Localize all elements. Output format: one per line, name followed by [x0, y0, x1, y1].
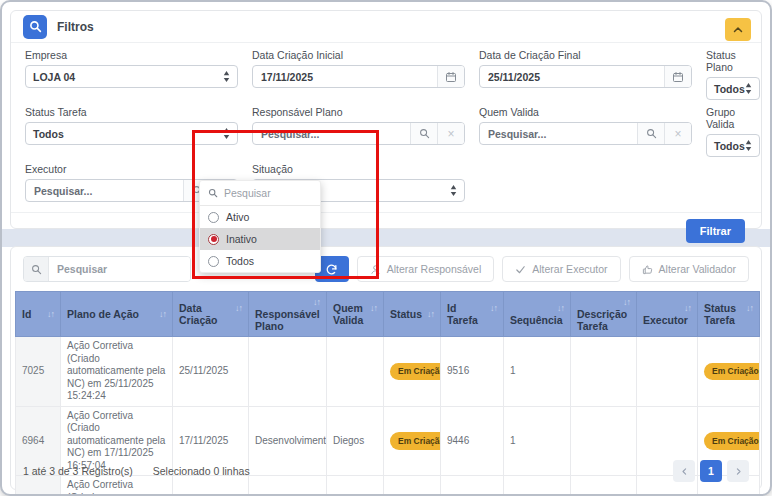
- data-criacao-final-group: [479, 65, 692, 88]
- footer-texts: 1 até 3 de 3 Registro(s) Selecionado 0 l…: [23, 465, 250, 477]
- column-header-descricao-tarefa[interactable]: ↓↑Descrição Tarefa: [571, 292, 637, 337]
- sort-icon[interactable]: ↓↑: [235, 302, 242, 314]
- situacao-option-todos[interactable]: Todos: [200, 250, 320, 272]
- filters-card: Filtros Empresa LOJA 04 Data Criação Ini…: [10, 10, 762, 229]
- status-badge: Em Criação: [390, 432, 441, 450]
- cell-executor: [637, 337, 698, 407]
- thumbs-up-icon: [642, 264, 653, 275]
- executor-label: Executor: [25, 163, 238, 175]
- situacao-dropdown-search[interactable]: Pesquisar: [200, 181, 320, 206]
- close-icon: ×: [674, 127, 681, 141]
- sort-icon[interactable]: ↓↑: [623, 296, 630, 308]
- filtrar-button[interactable]: Filtrar: [686, 219, 745, 243]
- field-empresa: Empresa LOJA 04: [25, 43, 238, 100]
- search-icon: [31, 264, 42, 275]
- field-responsavel-plano: Responsável Plano ×: [252, 100, 465, 157]
- sort-icon[interactable]: ↓↑: [370, 302, 377, 314]
- next-page-button[interactable]: [727, 460, 749, 482]
- empresa-select[interactable]: LOJA 04: [25, 65, 238, 88]
- situacao-dropdown-search-placeholder: Pesquisar: [224, 187, 271, 199]
- sort-icon[interactable]: ↓↑: [47, 308, 54, 320]
- field-data-criacao-final: Data de Criação Final: [479, 43, 692, 100]
- table-card: Alterar Responsável Alterar Executor Alt…: [10, 246, 762, 490]
- column-header-id[interactable]: ↓↑Id: [16, 292, 61, 337]
- filters-header: Filtros: [11, 11, 761, 43]
- data-criacao-inicial-input[interactable]: [253, 71, 437, 83]
- status-plano-select[interactable]: Todos: [706, 77, 760, 100]
- field-status-plano: Status Plano Todos: [706, 43, 760, 100]
- status-tarefa-value: Todos: [33, 128, 64, 140]
- table-search-group: [23, 256, 191, 282]
- page-1-button[interactable]: 1: [700, 460, 722, 482]
- search-icon: [208, 188, 218, 198]
- column-header-sequencia[interactable]: ↓↑Sequência: [504, 292, 571, 337]
- grupo-valida-select[interactable]: Todos: [706, 134, 760, 157]
- status-plano-value: Todos: [714, 83, 745, 95]
- pagination: 1: [673, 460, 749, 482]
- sort-icon[interactable]: ↓↑: [427, 308, 434, 320]
- quem-valida-input[interactable]: [480, 128, 637, 140]
- sort-icon[interactable]: ↓↑: [490, 302, 497, 314]
- responsavel-plano-search-button[interactable]: [410, 123, 437, 144]
- prev-page-button[interactable]: [673, 460, 695, 482]
- data-criacao-inicial-calendar-button[interactable]: [437, 66, 464, 87]
- data-criacao-final-calendar-button[interactable]: [664, 66, 691, 87]
- column-header-status[interactable]: ↓↑Status: [384, 292, 441, 337]
- chevron-left-icon: [680, 467, 689, 476]
- responsavel-plano-input[interactable]: [253, 128, 410, 140]
- quem-valida-label: Quem Valida: [479, 106, 692, 118]
- caret-updown-icon: [745, 83, 752, 94]
- filters-title: Filtros: [57, 20, 94, 34]
- column-header-plano[interactable]: ↓↑Plano de Ação: [61, 292, 173, 337]
- status-tarefa-label: Status Tarefa: [25, 106, 238, 118]
- search-icon: [29, 20, 42, 33]
- column-header-quem-valida[interactable]: ↓↑Quem Valida: [327, 292, 384, 337]
- table-search-button[interactable]: [24, 257, 49, 281]
- radio-checked-icon: [208, 234, 219, 245]
- check-icon: [515, 264, 526, 275]
- alterar-executor-button[interactable]: Alterar Executor: [502, 256, 620, 282]
- sort-icon[interactable]: ↓↑: [684, 302, 691, 314]
- situacao-dropdown: Pesquisar Ativo Inativo Todos: [199, 180, 321, 273]
- column-header-data-criacao[interactable]: ↓↑Data Criação: [173, 292, 249, 337]
- cell-quem-valida: [327, 337, 384, 407]
- quem-valida-search-button[interactable]: [637, 123, 664, 144]
- app-window: Filtros Empresa LOJA 04 Data Criação Ini…: [0, 0, 772, 496]
- status-badge: Em Criação: [704, 432, 760, 450]
- caret-updown-icon: [450, 185, 457, 196]
- alterar-validador-button[interactable]: Alterar Validador: [629, 256, 749, 282]
- status-badge: Em Criação: [704, 363, 760, 381]
- table-row[interactable]: 7025 Ação Corretiva (Criado automaticame…: [16, 337, 760, 407]
- grupo-valida-value: Todos: [714, 140, 745, 152]
- data-criacao-final-input[interactable]: [480, 71, 664, 83]
- collapse-filters-button[interactable]: [725, 18, 751, 41]
- caret-updown-icon: [223, 71, 230, 82]
- executor-input[interactable]: [26, 185, 183, 197]
- sort-icon[interactable]: ↓↑: [746, 302, 753, 314]
- quem-valida-clear-button[interactable]: ×: [664, 123, 691, 144]
- quem-valida-group: ×: [479, 122, 692, 145]
- sort-icon[interactable]: ↓↑: [313, 296, 320, 308]
- table-search-input[interactable]: [49, 257, 190, 281]
- refresh-icon: [325, 263, 338, 276]
- cell-status-tarefa: Em Criação: [698, 337, 760, 407]
- radio-icon: [208, 212, 219, 223]
- responsavel-plano-clear-button[interactable]: ×: [437, 123, 464, 144]
- filters-search-icon-button[interactable]: [23, 15, 47, 39]
- cell-id-tarefa: 9516: [441, 337, 504, 407]
- situacao-option-ativo[interactable]: Ativo: [200, 206, 320, 228]
- alterar-responsavel-button[interactable]: Alterar Responsável: [357, 256, 495, 282]
- sort-icon[interactable]: ↓↑: [159, 308, 166, 320]
- alterar-responsavel-label: Alterar Responsável: [387, 263, 482, 275]
- column-header-status-tarefa[interactable]: ↓↑Status Tarefa: [698, 292, 760, 337]
- filter-grid: Empresa LOJA 04 Data Criação Inicial Dat…: [11, 43, 761, 202]
- status-tarefa-select[interactable]: Todos: [25, 122, 238, 145]
- column-header-executor[interactable]: ↓↑Executor: [637, 292, 698, 337]
- situacao-option-inativo[interactable]: Inativo: [200, 228, 320, 250]
- cell-data-criacao: 25/11/2025: [173, 337, 249, 407]
- sort-icon[interactable]: ↓↑: [557, 302, 564, 314]
- column-header-id-tarefa[interactable]: ↓↑Id Tarefa: [441, 292, 504, 337]
- field-grupo-valida: Grupo Valida Todos: [706, 100, 760, 157]
- column-header-responsavel-plano[interactable]: ↓↑Responsável Plano: [249, 292, 327, 337]
- status-plano-label: Status Plano: [706, 49, 760, 73]
